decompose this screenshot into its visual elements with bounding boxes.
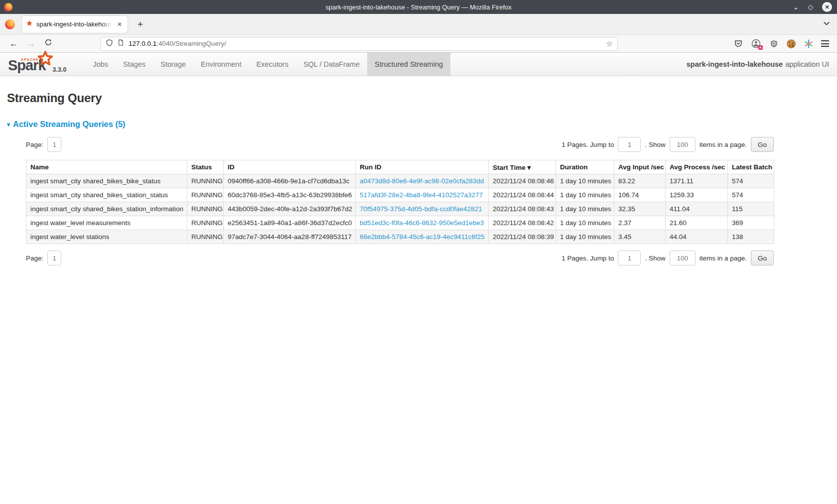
run-id-link[interactable]: a0473d8d-80e6-4e9f-ac98-02e0cfa283dd [360,177,484,185]
nav-item-executors[interactable]: Executors [249,53,295,76]
query-status-cell: RUNNING [187,202,224,216]
query-status-cell: RUNNING [187,230,224,244]
query-id-cell: 60dc3768-85e3-4fb5-a13c-63b29938bfe6 [224,188,356,202]
back-icon[interactable]: ← [5,39,22,49]
col-avg-process[interactable]: Avg Process /sec [666,160,728,174]
section-title: Active Streaming Queries (5) [13,120,126,129]
list-tabs-icon[interactable] [823,20,830,29]
pages-jump-text: 1 Pages. Jump to [561,254,614,262]
spark-favicon-icon [26,20,33,29]
run-id-link[interactable]: 70f54975-375d-4d05-bdfa-ccd0fae42821 [360,205,482,213]
firefox-icon[interactable] [5,19,15,29]
query-latest-batch-cell: 369 [728,216,774,230]
nav-item-structured-streaming[interactable]: Structured Streaming [367,53,450,76]
application-ui-label: spark-ingest-into-lakehouse application … [687,53,837,76]
new-tab-button[interactable]: + [135,19,146,30]
query-run-id-cell: 517afd3f-28e2-4ba8-9fe4-4102527a3277 [356,188,489,202]
table-row: ingest water_level measurements RUNNING … [26,216,774,230]
url-text[interactable]: 127.0.0.1:4040/StreamingQuery/ [129,40,602,47]
items-text: items in a page. [699,254,747,262]
application-suffix: application UI [785,60,829,68]
items-per-page-input[interactable] [670,137,696,152]
window-close-icon[interactable]: ✕ [822,2,832,12]
run-id-link[interactable]: bd51ed3c-f0fa-46c6-8632-950e5ed1ebe3 [360,219,484,227]
col-status[interactable]: Status [187,160,224,174]
col-name[interactable]: Name [26,160,187,174]
pocket-icon[interactable] [733,38,743,49]
col-latest-batch[interactable]: Latest Batch [728,160,774,174]
ublock-shield-icon[interactable] [769,38,779,49]
query-status-cell: RUNNING [187,174,224,188]
browser-toolbar: ← → 127.0.0.1:4040/StreamingQuery/ ☆ ✕ [0,35,837,53]
reload-icon[interactable] [40,38,57,49]
url-bar[interactable]: 127.0.0.1:4040/StreamingQuery/ ☆ [101,37,618,51]
page-label: Page: [26,254,43,262]
query-duration-cell: 1 day 10 minutes [556,202,614,216]
col-run-id[interactable]: Run ID [356,160,489,174]
query-run-id-cell: 66e2bbb4-5784-45c6-ac19-4ec9411c6f25 [356,230,489,244]
query-id-cell: 0940ff66-a308-466b-9e1a-cf7cd6dba13c [224,174,356,188]
extension-asterisk-icon[interactable] [803,38,814,49]
pagination-bottom: Page: 1 Pages. Jump to . Show items in a… [26,251,774,265]
spark-logo[interactable]: APACHE Spark 3.3.0 [0,53,71,76]
query-name-cell: ingest smart_city shared_bikes_station_i… [26,202,187,216]
run-id-link[interactable]: 66e2bbb4-5784-45c6-ac19-4ec9411c6f25 [360,233,484,241]
col-id[interactable]: ID [224,160,356,174]
col-duration[interactable]: Duration [556,160,614,174]
page-number-input[interactable] [47,251,61,265]
query-start-time-cell: 2022/11/24 08:08:39 [489,230,556,244]
query-avg-process-cell: 44.04 [666,230,728,244]
menu-icon[interactable] [821,40,829,47]
nav-item-storage[interactable]: Storage [153,53,193,76]
account-extension-icon[interactable]: ✕ [751,38,761,49]
col-start-time[interactable]: Start Time ▾ [489,160,556,174]
go-button[interactable]: Go [751,251,774,265]
jump-to-input[interactable] [618,251,641,265]
page-info-icon[interactable] [118,39,124,48]
window-maximize-icon[interactable]: ◇ [808,3,813,10]
tab-bar: spark-ingest-into-lakehous ✕ + [0,14,837,35]
collapse-arrow-icon: ▾ [7,121,10,128]
query-avg-input-cell: 106.74 [614,188,666,202]
query-name-cell: ingest smart_city shared_bikes_bike_stat… [26,174,187,188]
query-latest-batch-cell: 574 [728,174,774,188]
page-number-input[interactable] [47,137,61,152]
cookie-icon[interactable] [787,39,796,48]
query-start-time-cell: 2022/11/24 08:08:46 [489,174,556,188]
query-run-id-cell: a0473d8d-80e6-4e9f-ac98-02e0cfa283dd [356,174,489,188]
bookmark-star-icon[interactable]: ☆ [606,39,613,48]
items-per-page-input[interactable] [670,251,696,265]
window-minimize-icon[interactable]: ⌄ [793,3,799,10]
table-row: ingest smart_city shared_bikes_station_i… [26,202,774,216]
tracking-shield-icon[interactable] [106,39,113,49]
col-avg-input[interactable]: Avg Input /sec [614,160,666,174]
url-path: :4040/StreamingQuery/ [156,40,226,47]
query-id-cell: 443b0059-2dec-40fe-a12d-2a393f7b67d2 [224,202,356,216]
items-text: items in a page. [699,141,747,148]
spark-star-icon [37,50,54,69]
tab-close-icon[interactable]: ✕ [116,20,124,29]
apache-label: APACHE [21,58,39,61]
run-id-link[interactable]: 517afd3f-28e2-4ba8-9fe4-4102527a3277 [360,191,483,199]
table-header-row: Name Status ID Run ID Start Time ▾ Durat… [26,160,774,174]
query-name-cell: ingest smart_city shared_bikes_station_s… [26,188,187,202]
query-avg-input-cell: 3.45 [614,230,666,244]
go-button[interactable]: Go [751,137,774,152]
nav-item-jobs[interactable]: Jobs [85,53,116,76]
page-content: Streaming Query ▾ Active Streaming Queri… [0,91,837,265]
table-row: ingest smart_city shared_bikes_bike_stat… [26,174,774,188]
spark-version: 3.3.0 [53,66,67,74]
nav-item-environment[interactable]: Environment [193,53,249,76]
active-queries-toggle[interactable]: ▾ Active Streaming Queries (5) [7,120,830,129]
pages-jump-text: 1 Pages. Jump to [561,141,614,148]
forward-icon[interactable]: → [22,39,40,49]
query-status-cell: RUNNING [187,216,224,230]
show-text: . Show [645,141,665,148]
browser-tab[interactable]: spark-ingest-into-lakehous ✕ [22,16,128,33]
nav-item-stages[interactable]: Stages [116,53,153,76]
table-row: ingest water_level stations RUNNING 97ad… [26,230,774,244]
nav-item-sql-dataframe[interactable]: SQL / DataFrame [296,53,367,76]
query-id-cell: 97adc7e7-3044-4064-aa28-ff7249853117 [224,230,356,244]
pagination-top: Page: 1 Pages. Jump to . Show items in a… [26,137,774,152]
jump-to-input[interactable] [618,137,641,152]
